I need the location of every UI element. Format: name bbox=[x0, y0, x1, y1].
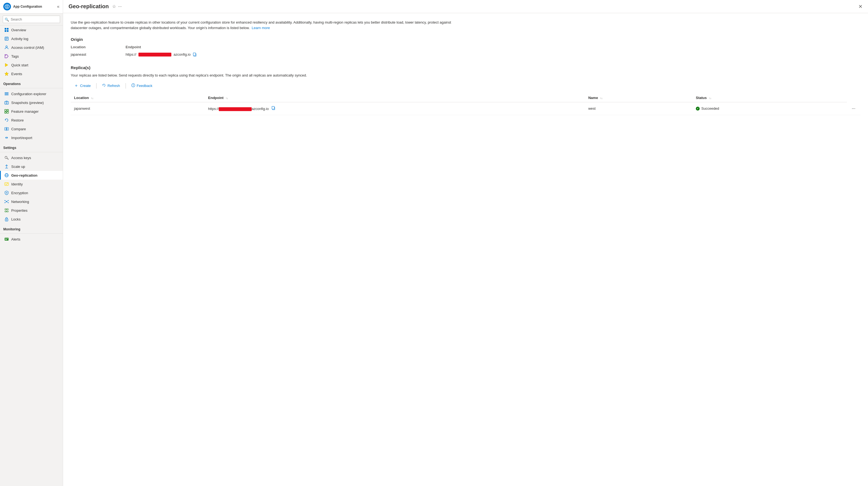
sidebar-item-feature-manager[interactable]: Feature manager bbox=[0, 107, 63, 116]
sidebar-item-identity[interactable]: Identity bbox=[0, 180, 63, 188]
svg-point-37 bbox=[7, 183, 8, 184]
svg-rect-64 bbox=[272, 107, 274, 109]
sort-location-icon[interactable]: ↑↓ bbox=[91, 97, 93, 99]
sidebar-item-snapshots[interactable]: Snapshots (preview) bbox=[0, 98, 63, 107]
sidebar-item-geo-replication[interactable]: Geo-replication bbox=[0, 171, 63, 180]
svg-rect-16 bbox=[5, 95, 8, 95]
sort-name-icon[interactable]: ↑↓ bbox=[600, 97, 602, 99]
col-endpoint[interactable]: Endpoint ↑↓ bbox=[205, 93, 585, 102]
col-status[interactable]: Status ↑↓ bbox=[692, 93, 847, 102]
geo-replication-icon bbox=[4, 173, 9, 178]
col-name[interactable]: Name ↑↓ bbox=[585, 93, 692, 102]
sort-status-icon[interactable]: ↑↓ bbox=[709, 97, 711, 99]
operations-section-label: Operations bbox=[0, 78, 63, 87]
sidebar-item-activity-log[interactable]: Activity log bbox=[0, 34, 63, 43]
origin-endpoint-copy-button[interactable] bbox=[193, 53, 196, 57]
sidebar-encryption-label: Encryption bbox=[11, 191, 28, 195]
sidebar-item-access-keys[interactable]: Access keys bbox=[0, 153, 63, 162]
origin-grid: Location Endpoint japaneast https:// azc… bbox=[71, 45, 860, 57]
sort-endpoint-icon[interactable]: ↑↓ bbox=[226, 97, 228, 99]
sidebar-feature-manager-label: Feature manager bbox=[11, 110, 39, 114]
sidebar-item-scale-up[interactable]: Scale up bbox=[0, 162, 63, 171]
sidebar-overview-label: Overview bbox=[11, 28, 26, 32]
restore-icon bbox=[4, 118, 9, 123]
encryption-icon bbox=[4, 190, 9, 195]
svg-rect-3 bbox=[7, 28, 8, 30]
svg-rect-14 bbox=[5, 92, 8, 93]
identity-icon bbox=[4, 182, 9, 186]
sidebar-item-networking[interactable]: Networking bbox=[0, 197, 63, 206]
svg-point-53 bbox=[6, 220, 7, 220]
app-icon bbox=[3, 3, 11, 10]
configuration-explorer-icon bbox=[4, 91, 9, 96]
page-description: Use the geo-replication feature to creat… bbox=[71, 20, 455, 30]
favorite-icon[interactable]: ☆ bbox=[112, 4, 116, 9]
status-success: Succeeded bbox=[696, 107, 844, 111]
search-icon: 🔍 bbox=[5, 17, 9, 21]
origin-endpoint-redacted bbox=[138, 53, 172, 57]
overview-icon bbox=[4, 27, 9, 32]
search-input[interactable] bbox=[3, 16, 60, 23]
sidebar-item-configuration-explorer[interactable]: Configuration explorer bbox=[0, 89, 63, 98]
sidebar-item-properties[interactable]: Properties bbox=[0, 206, 63, 215]
col-location[interactable]: Location ↑↓ bbox=[71, 93, 205, 102]
sidebar-geo-replication-label: Geo-replication bbox=[11, 173, 37, 178]
feedback-icon bbox=[131, 83, 135, 88]
monitoring-section-label: Monitoring bbox=[0, 223, 63, 232]
replica-endpoint-copy-button[interactable] bbox=[272, 106, 275, 110]
sidebar-header: App Configuration « bbox=[0, 0, 63, 13]
row-more-options-button[interactable]: ··· bbox=[850, 105, 857, 112]
svg-point-61 bbox=[133, 84, 133, 85]
svg-rect-21 bbox=[5, 112, 6, 113]
sidebar-import-export-label: Import/export bbox=[11, 136, 32, 140]
replicas-description: Your replicas are listed below. Send req… bbox=[71, 73, 860, 77]
sidebar-snapshots-label: Snapshots (preview) bbox=[11, 101, 44, 105]
svg-rect-5 bbox=[7, 30, 8, 32]
sidebar-item-overview[interactable]: Overview bbox=[0, 26, 63, 34]
sidebar-item-restore[interactable]: Restore bbox=[0, 116, 63, 124]
sidebar-item-encryption[interactable]: Encryption bbox=[0, 188, 63, 197]
sidebar-scale-up-label: Scale up bbox=[11, 164, 25, 169]
create-button[interactable]: ＋ Create bbox=[71, 81, 94, 90]
page-title: Geo-replication bbox=[68, 3, 109, 9]
sidebar-item-alerts[interactable]: Alerts bbox=[0, 235, 63, 244]
origin-endpoint-header: Endpoint bbox=[126, 45, 860, 50]
row-location: japanwest bbox=[71, 102, 205, 115]
svg-marker-12 bbox=[5, 63, 8, 67]
origin-endpoint-value: https:// azconfig.io bbox=[126, 52, 860, 57]
content-area: Use the geo-replication feature to creat… bbox=[63, 13, 868, 486]
sidebar-item-tags[interactable]: Tags bbox=[0, 52, 63, 61]
svg-point-11 bbox=[5, 55, 6, 56]
sidebar-events-label: Events bbox=[11, 72, 22, 76]
networking-icon bbox=[4, 199, 9, 204]
refresh-button[interactable]: Refresh bbox=[99, 82, 123, 90]
quick-start-icon bbox=[4, 63, 9, 67]
svg-rect-57 bbox=[7, 238, 8, 239]
table-row: japanwest https:// azconfig.io west Succ bbox=[71, 102, 860, 115]
svg-line-44 bbox=[5, 201, 6, 201]
alerts-icon bbox=[4, 237, 9, 242]
svg-rect-4 bbox=[5, 30, 6, 32]
feedback-button[interactable]: Feedback bbox=[128, 82, 156, 90]
svg-marker-13 bbox=[5, 72, 8, 76]
main-content: Geo-replication ☆ ··· ✕ Use the geo-repl… bbox=[63, 0, 868, 486]
learn-more-link[interactable]: Learn more bbox=[252, 26, 270, 30]
sidebar-item-events[interactable]: Events bbox=[0, 69, 63, 78]
more-options-icon[interactable]: ··· bbox=[118, 4, 122, 9]
replicas-section-title: Replica(s) bbox=[71, 65, 860, 70]
sidebar-item-quick-start[interactable]: Quick start bbox=[0, 61, 63, 69]
sidebar-item-compare[interactable]: Compare bbox=[0, 124, 63, 133]
close-button[interactable]: ✕ bbox=[859, 4, 863, 9]
svg-rect-15 bbox=[5, 93, 8, 94]
sidebar-item-access-control[interactable]: Access control (IAM) bbox=[0, 43, 63, 52]
svg-rect-22 bbox=[7, 112, 8, 113]
sidebar-item-import-export[interactable]: Import/export bbox=[0, 133, 63, 142]
sidebar-nav: Overview Activity log Access control (IA… bbox=[0, 26, 63, 486]
row-actions-cell: ··· bbox=[847, 102, 860, 115]
svg-point-10 bbox=[6, 46, 7, 48]
collapse-button[interactable]: « bbox=[57, 4, 60, 9]
sidebar-item-locks[interactable]: Locks bbox=[0, 215, 63, 223]
origin-section-title: Origin bbox=[71, 37, 860, 42]
table-header-row: Location ↑↓ Endpoint ↑↓ Name ↑↓ Status bbox=[71, 93, 860, 102]
compare-icon bbox=[4, 126, 9, 131]
